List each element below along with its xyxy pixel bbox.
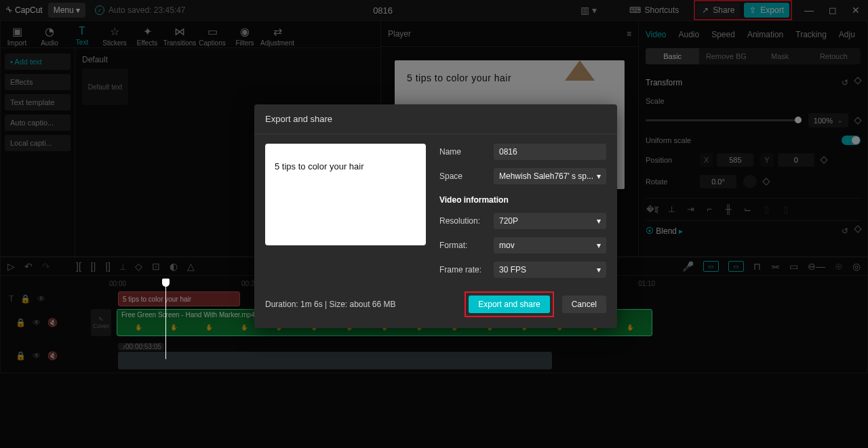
export-name-input[interactable] [494,144,606,160]
chevron-down-icon: ▾ [597,265,601,274]
format-select[interactable]: mov▾ [494,237,606,253]
export-space-select[interactable]: Mehwish Saleh767' s sp...▾ [494,168,606,184]
cancel-button[interactable]: Cancel [562,296,606,313]
export-duration-info: Duration: 1m 6s | Size: about 66 MB [265,300,396,309]
chevron-down-icon: ▾ [597,171,601,181]
export-modal: Export and share 5 tips to color your ha… [254,104,617,328]
export-and-share-button[interactable]: Export and share [469,296,549,313]
framerate-select[interactable]: 30 FPS▾ [494,262,606,278]
export-preview: 5 tips to color your hair [265,144,426,245]
highlight-export-confirm: Export and share [465,291,553,317]
playhead[interactable] [165,279,166,359]
video-info-heading: Video information [439,195,606,205]
field-space-label: Space [439,171,487,181]
modal-title: Export and share [254,104,617,134]
field-name-label: Name [439,147,487,157]
field-format-label: Format: [439,241,487,250]
chevron-down-icon: ▾ [597,216,601,226]
field-resolution-label: Resolution: [439,216,487,226]
field-framerate-label: Frame rate: [439,265,487,274]
resolution-select[interactable]: 720P▾ [494,213,606,229]
chevron-down-icon: ▾ [597,241,601,250]
